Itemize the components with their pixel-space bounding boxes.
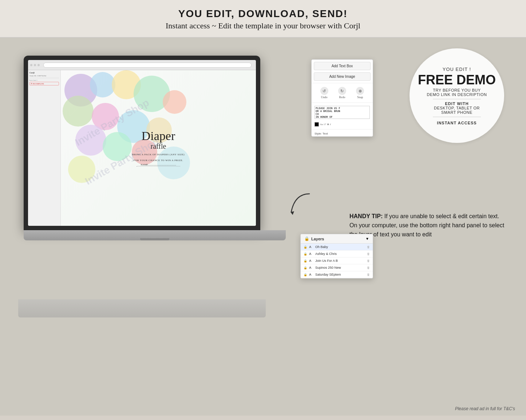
layer-lock-icon: 🔒 bbox=[304, 259, 307, 263]
layers-list: 🔒 A Oh Baby 🗑 🔒 A Ashley & Chris 🗑 🔒 A J… bbox=[301, 244, 373, 278]
layers-panel: 🔒 Layers ▼ 🔒 A Oh Baby 🗑 🔒 A Ashley & Ch… bbox=[300, 234, 373, 279]
snap-icon: ⊕ bbox=[356, 87, 364, 95]
top-banner: YOU EDIT, DOWNLOAD, SEND! Instant access… bbox=[0, 0, 526, 37]
layer-type-icon: A bbox=[309, 259, 313, 263]
style-value: Text bbox=[323, 132, 328, 135]
layers-chevron-icon[interactable]: ▼ bbox=[365, 237, 369, 241]
layer-type-icon: A bbox=[309, 273, 313, 276]
laptop-wrapper: Corjl Order ID: 1509756194 hero font 1 ✗… bbox=[11, 56, 273, 303]
browser-dot-3 bbox=[37, 64, 40, 66]
add-new-image-button[interactable]: Add New Image bbox=[314, 72, 371, 81]
laptop-base bbox=[24, 230, 286, 240]
bubble bbox=[63, 96, 94, 127]
layer-lock-icon: 🔒 bbox=[304, 252, 307, 256]
snap-button[interactable]: ⊕ Snap bbox=[356, 87, 364, 99]
redo-icon: ↻ bbox=[338, 87, 346, 95]
layer-lock-icon: 🔒 bbox=[304, 266, 307, 269]
undo-label: Undo bbox=[321, 96, 328, 99]
you-edit-label: YOU EDIT ! bbox=[443, 67, 471, 72]
layer-delete-icon[interactable]: 🗑 bbox=[367, 266, 370, 269]
style-label: Style: Text bbox=[312, 131, 373, 136]
laptop-screen-border: Corjl Order ID: 1509756194 hero font 1 ✗… bbox=[24, 56, 260, 230]
handy-tip-label: HANDY TIP: bbox=[349, 213, 383, 219]
bubble bbox=[103, 132, 132, 161]
floating-panel: Add Text Box Add New Image ↺ Undo ↻ Redo… bbox=[311, 59, 373, 137]
bring-text: BRING A PACK OF DIAPERS (ANY SIZE) bbox=[132, 153, 185, 156]
bubble bbox=[68, 156, 95, 183]
main-area: Corjl Order ID: 1509756194 hero font 1 ✗… bbox=[0, 37, 526, 416]
layer-name-text: Oh Baby bbox=[315, 245, 365, 249]
editor-sidebar: Corjl Order ID: 1509756194 hero font 1 ✗… bbox=[28, 70, 61, 226]
browser-dot-1 bbox=[30, 64, 32, 66]
panel-icons-row: ↺ Undo ↻ Redo ⊕ Snap bbox=[312, 85, 373, 101]
redo-button[interactable]: ↻ Redo bbox=[338, 87, 346, 99]
free-demo-circle: YOU EDIT ! FREE DEMO TRY BEFORE YOU BUY … bbox=[410, 48, 504, 143]
text-edit-area[interactable]: PLEASE JOIN US F OR A BRIDAL BRUN CH IN … bbox=[315, 106, 370, 119]
layer-lock-icon: 🔒 bbox=[304, 273, 307, 276]
layer-name-text: Supinos 250 New bbox=[315, 266, 365, 269]
italic-button[interactable]: I bbox=[330, 123, 331, 126]
keyboard-area bbox=[18, 299, 266, 317]
diaper-title: Diaper bbox=[132, 130, 185, 142]
layer-name-text: Join Us For A B bbox=[315, 259, 365, 263]
please-read: Please read ad in full for T&C's bbox=[455, 406, 515, 411]
card-text-overlay: Diaper raffle BRING A PACK OF DIAPERS (A… bbox=[132, 130, 185, 167]
bubble bbox=[163, 90, 186, 114]
panel-style-row: Aa 17 B I bbox=[312, 121, 373, 128]
banner-line2: Instant access ~ Edit the template in yo… bbox=[0, 21, 526, 31]
layers-header: 🔒 Layers ▼ bbox=[301, 234, 373, 244]
layer-row[interactable]: 🔒 A Ashley & Chris 🗑 bbox=[301, 251, 373, 257]
free-demo-title: FREE DEMO bbox=[418, 73, 496, 87]
layers-lock-icon: 🔒 bbox=[304, 236, 309, 241]
layer-row[interactable]: 🔒 A Supinos 250 New 🗑 bbox=[301, 264, 373, 271]
snap-label: Snap bbox=[357, 96, 363, 99]
demo-link-label: DEMO LINK IN DESCRIPTION bbox=[427, 92, 487, 97]
color-picker[interactable] bbox=[315, 122, 319, 127]
layer-type-icon: A bbox=[309, 252, 313, 256]
layer-name-text: Saturday SEptem bbox=[315, 273, 365, 276]
layer-delete-icon[interactable]: 🗑 bbox=[367, 245, 370, 249]
device-list-1: DESKTOP, TABLET OR bbox=[434, 106, 480, 110]
browser-addressbar bbox=[43, 63, 252, 68]
banner-line1: YOU EDIT, DOWNLOAD, SEND! bbox=[0, 8, 526, 20]
layer-type-icon: A bbox=[309, 266, 313, 269]
name-line: NAME....................................… bbox=[137, 163, 180, 167]
redo-label: Redo bbox=[339, 96, 345, 99]
undo-icon: ↺ bbox=[320, 87, 328, 95]
device-list-2: SMART PHONE bbox=[441, 110, 472, 115]
layer-row[interactable]: 🔒 A Saturday SEptem 🗑 bbox=[301, 271, 373, 278]
edit-with-label: EDIT WITH bbox=[445, 101, 468, 106]
layer-delete-icon[interactable]: 🗑 bbox=[367, 259, 370, 263]
card-content: Invite Party Shop Invite Party Shop Diap… bbox=[61, 70, 256, 226]
style-prefix: Style: bbox=[315, 132, 323, 135]
layers-title: 🔒 Layers bbox=[304, 236, 324, 241]
browser-dot-2 bbox=[34, 64, 36, 66]
instant-access-label: INSTANT ACCESS bbox=[437, 121, 476, 125]
layer-delete-icon[interactable]: 🗑 bbox=[367, 252, 370, 256]
font-size-label: Aa 17 bbox=[320, 123, 326, 126]
layer-type-icon: A bbox=[309, 245, 313, 249]
layer-row[interactable]: 🔒 A Oh Baby 🗑 bbox=[301, 244, 373, 251]
layer-name-text: Ashley & Chris bbox=[315, 252, 365, 256]
raffle-text: raffle bbox=[132, 142, 185, 150]
editor-main: Invite Party Shop Invite Party Shop Diap… bbox=[61, 70, 256, 226]
browser-chrome bbox=[28, 60, 256, 70]
editor-area: Corjl Order ID: 1509756194 hero font 1 ✗… bbox=[28, 70, 256, 226]
laptop-screen: Corjl Order ID: 1509756194 hero font 1 ✗… bbox=[28, 60, 256, 226]
bold-button[interactable]: B bbox=[327, 123, 329, 126]
add-text-box-button[interactable]: Add Text Box bbox=[314, 62, 371, 70]
bubble bbox=[75, 125, 106, 156]
layer-lock-icon: 🔒 bbox=[304, 245, 307, 249]
undo-button[interactable]: ↺ Undo bbox=[320, 87, 328, 99]
try-before-label: TRY BEFORE YOU BUY bbox=[433, 88, 480, 92]
layer-delete-icon[interactable]: 🗑 bbox=[367, 273, 370, 276]
panel-text-area: PLEASE JOIN US F OR A BRIDAL BRUN CH IN … bbox=[312, 104, 373, 121]
bring-text-2: FOR YOUR CHANCE TO WIN A PRIZE. bbox=[132, 159, 185, 162]
arrow-to-panel-svg bbox=[288, 190, 317, 219]
layers-title-text: Layers bbox=[311, 237, 324, 241]
layer-row[interactable]: 🔒 A Join Us For A B 🗑 bbox=[301, 257, 373, 264]
